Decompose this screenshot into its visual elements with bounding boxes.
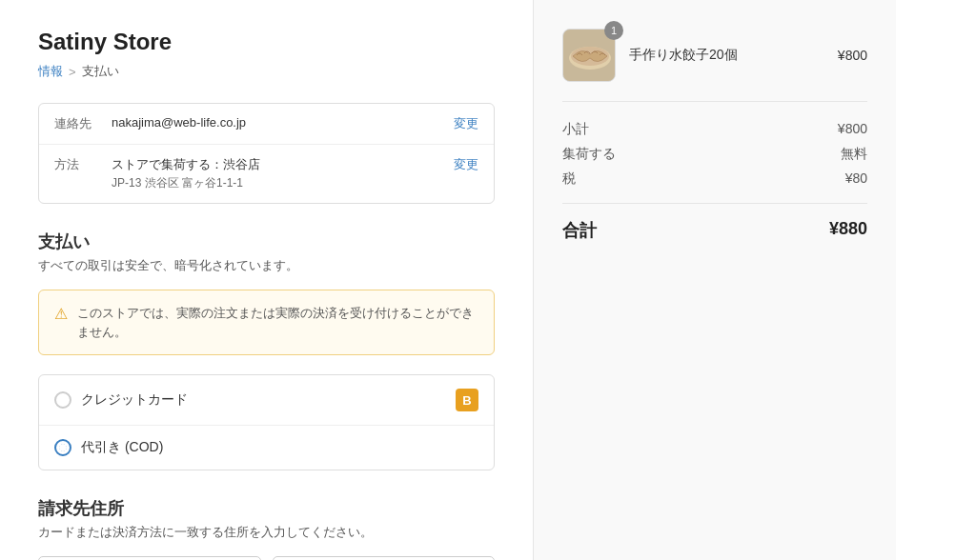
contact-email: nakajima@web-life.co.jp xyxy=(112,115,246,130)
info-table: 連絡先 nakajima@web-life.co.jp 変更 方法 ストアで集荷… xyxy=(38,103,495,204)
warning-text: このストアでは、実際の注文または実際の決済を受け付けることができません。 xyxy=(77,304,478,341)
contact-value: nakajima@web-life.co.jp xyxy=(112,115,446,130)
right-panel: 1 手作り水餃子20個 ¥800 小計 ¥800 集荷する 無料 税 ¥80 合… xyxy=(534,0,896,560)
method-change[interactable]: 変更 xyxy=(454,156,478,173)
subtotal-label: 小計 xyxy=(562,121,589,138)
total-row: 合計 ¥880 xyxy=(562,203,867,242)
subtotal-row: 小計 ¥800 xyxy=(562,121,867,138)
cart-item: 1 手作り水餃子20個 ¥800 xyxy=(562,29,867,102)
cart-item-name: 手作り水餃子20個 xyxy=(629,47,824,64)
method-sub: JP-13 渋谷区 富ヶ谷1-1-1 xyxy=(112,175,446,191)
store-title: Satiny Store xyxy=(38,29,495,55)
contact-change[interactable]: 変更 xyxy=(454,115,478,132)
tax-row: 税 ¥80 xyxy=(562,170,867,188)
breadcrumb-info-link[interactable]: 情報 xyxy=(38,63,63,80)
breadcrumb-current: 支払い xyxy=(82,63,119,80)
first-name-input[interactable] xyxy=(273,556,496,560)
first-name-field xyxy=(273,556,496,560)
method-value: ストアで集荷する：渋谷店 JP-13 渋谷区 富ヶ谷1-1-1 xyxy=(112,156,446,191)
breadcrumb: 情報 > 支払い xyxy=(38,63,495,80)
total-value: ¥880 xyxy=(829,219,867,242)
payment-option-credit[interactable]: クレジットカード B xyxy=(39,375,494,426)
billing-title: 請求先住所 xyxy=(38,497,495,520)
cart-item-price: ¥800 xyxy=(838,48,867,63)
pickup-label: 集荷する xyxy=(562,146,616,163)
last-name-input[interactable] xyxy=(38,556,261,560)
payment-options: クレジットカード B 代引き (COD) xyxy=(38,374,495,470)
cod-label: 代引き (COD) xyxy=(81,439,478,456)
name-row xyxy=(38,556,495,560)
payment-subtitle: すべての取引は安全で、暗号化されています。 xyxy=(38,257,495,274)
pickup-row: 集荷する 無料 xyxy=(562,146,867,163)
billing-subtitle: カードまたは決済方法に一致する住所を入力してください。 xyxy=(38,524,495,541)
tax-label: 税 xyxy=(562,170,576,188)
badge-b: B xyxy=(456,389,478,411)
contact-label: 連絡先 xyxy=(54,115,112,132)
cart-img-wrapper: 1 xyxy=(562,29,616,82)
method-label: 方法 xyxy=(54,156,112,173)
credit-label: クレジットカード xyxy=(81,391,446,409)
last-name-field xyxy=(38,556,261,560)
method-main: ストアで集荷する：渋谷店 xyxy=(112,156,446,173)
payment-option-cod[interactable]: 代引き (COD) xyxy=(39,426,494,470)
tax-value: ¥80 xyxy=(845,170,867,188)
warning-box: ⚠ このストアでは、実際の注文または実際の決済を受け付けることができません。 xyxy=(38,290,495,355)
left-panel: Satiny Store 情報 > 支払い 連絡先 nakajima@web-l… xyxy=(0,0,534,560)
cart-quantity-badge: 1 xyxy=(604,21,623,40)
radio-credit[interactable] xyxy=(54,391,71,409)
info-row-contact: 連絡先 nakajima@web-life.co.jp 変更 xyxy=(39,104,494,145)
total-label: 合計 xyxy=(562,219,597,242)
radio-cod[interactable] xyxy=(54,439,71,456)
subtotal-value: ¥800 xyxy=(838,121,867,138)
breadcrumb-separator: > xyxy=(69,65,76,79)
info-row-method: 方法 ストアで集荷する：渋谷店 JP-13 渋谷区 富ヶ谷1-1-1 変更 xyxy=(39,145,494,203)
pickup-value: 無料 xyxy=(841,146,867,163)
payment-title: 支払い xyxy=(38,230,495,253)
warning-icon: ⚠ xyxy=(54,305,68,323)
